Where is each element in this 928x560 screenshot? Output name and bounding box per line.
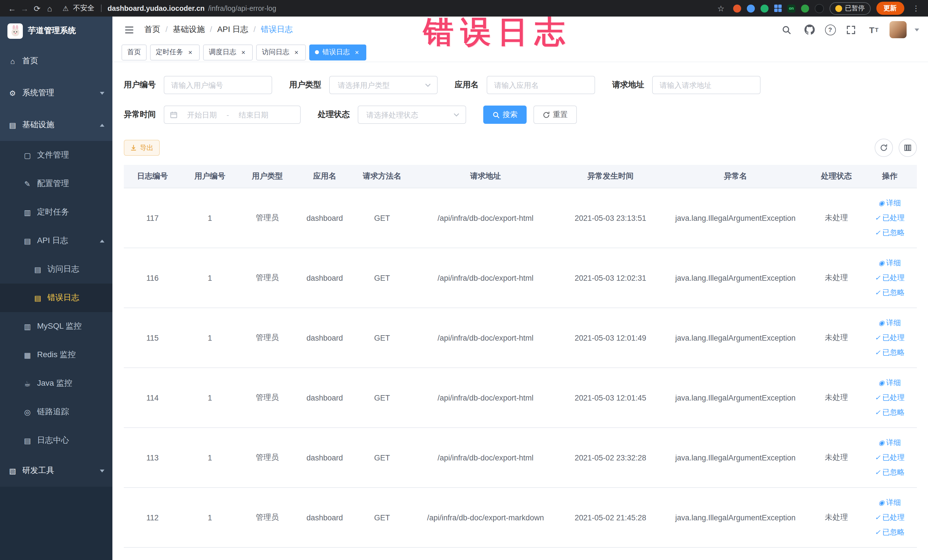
sidebar-item-log-center[interactable]: ▤ 日志中心	[0, 426, 112, 455]
start-date-input[interactable]	[180, 110, 224, 119]
sidebar-item-infrastructure[interactable]: ▤ 基础设施	[0, 109, 112, 141]
refresh-table-button[interactable]	[875, 139, 893, 157]
app-name-input[interactable]	[487, 76, 595, 94]
mark-processed-link[interactable]: 已处理	[865, 211, 914, 225]
infrastructure-icon: ▤	[8, 121, 17, 129]
tab-scheduled-tasks[interactable]: 定时任务	[150, 44, 200, 60]
help-icon[interactable]	[825, 24, 836, 35]
mark-ignored-link[interactable]: 已忽略	[865, 345, 914, 360]
bookmark-star-icon[interactable]	[714, 2, 727, 15]
sidebar-item-file-management[interactable]: ▢ 文件管理	[0, 141, 112, 169]
request-url-input[interactable]	[652, 76, 760, 94]
cell-exception-name: java.lang.IllegalArgumentException	[661, 308, 810, 368]
back-icon[interactable]	[6, 2, 18, 15]
detail-link[interactable]: 详细	[865, 256, 914, 270]
forward-icon[interactable]	[18, 2, 31, 15]
detail-link[interactable]: 详细	[865, 196, 914, 211]
mark-ignored-link[interactable]: 已忽略	[865, 285, 914, 300]
user-id-input[interactable]	[164, 76, 272, 94]
close-icon[interactable]	[186, 49, 194, 56]
cell-app-name: dashboard	[296, 488, 353, 548]
sidebar-item-label: 研发工具	[22, 465, 54, 476]
sidebar-item-access-log[interactable]: ▤ 访问日志	[0, 255, 112, 284]
cell-actions: 详细 已处理 已忽略	[863, 188, 917, 248]
breadcrumb-item[interactable]: API 日志	[205, 24, 249, 35]
extension-icon[interactable]	[746, 4, 754, 12]
mark-processed-link[interactable]: 已处理	[865, 390, 914, 405]
collapse-sidebar-icon[interactable]	[122, 22, 136, 37]
close-icon[interactable]	[353, 49, 360, 56]
github-icon[interactable]	[802, 22, 817, 37]
sidebar-item-api-logs[interactable]: ▤ API 日志	[0, 226, 112, 255]
check-icon	[875, 214, 881, 222]
sidebar-item-system-management[interactable]: ⚙ 系统管理	[0, 77, 112, 109]
security-label: 不安全	[73, 3, 95, 13]
process-status-select[interactable]	[358, 105, 466, 124]
check-icon	[875, 528, 881, 536]
mark-processed-link[interactable]: 已处理	[865, 510, 914, 525]
table-row: 117 1 管理员 dashboard GET /api/infra/db-do…	[124, 188, 917, 248]
extension-icon[interactable]	[760, 4, 768, 12]
close-icon[interactable]	[240, 49, 247, 56]
export-button[interactable]: 导出	[124, 140, 160, 156]
mark-ignored-link[interactable]: 已忽略	[865, 465, 914, 480]
user-type-select[interactable]	[329, 76, 438, 94]
tab-access-log[interactable]: 访问日志	[256, 44, 306, 60]
mark-processed-link[interactable]: 已处理	[865, 270, 914, 285]
extension-icon[interactable]	[801, 4, 809, 12]
app-logo[interactable]: 芋道管理系统	[0, 17, 112, 45]
avatar[interactable]	[889, 21, 906, 38]
tab-error-log[interactable]: 错误日志	[309, 44, 366, 60]
close-icon[interactable]	[293, 49, 300, 56]
browser-menu-icon[interactable]	[910, 2, 922, 15]
process-status-select-input[interactable]	[365, 110, 453, 119]
check-icon	[875, 274, 881, 282]
mark-ignored-link[interactable]: 已忽略	[865, 225, 914, 240]
user-type-select-input[interactable]	[337, 80, 424, 90]
tab-dispatch-log[interactable]: 调度日志	[203, 44, 253, 60]
mark-ignored-link[interactable]: 已忽略	[865, 405, 914, 420]
reset-button[interactable]: 重置	[533, 105, 577, 124]
extension-icon[interactable]	[733, 4, 741, 12]
extension-icon[interactable]	[815, 4, 824, 13]
fullscreen-icon[interactable]	[844, 22, 858, 37]
browser-home-icon[interactable]	[43, 2, 56, 15]
sidebar-item-java-monitor[interactable]: ☕ Java 监控	[0, 369, 112, 398]
sidebar-item-dev-tools[interactable]: ▧ 研发工具	[0, 455, 112, 487]
cell-exception-time: 2021-05-03 23:13:51	[560, 188, 661, 248]
date-range-picker[interactable]: -	[164, 105, 301, 124]
detail-link[interactable]: 详细	[865, 435, 914, 450]
sidebar-item-redis-monitor[interactable]: ▦ Redis 监控	[0, 340, 112, 369]
cell-method: GET	[353, 248, 411, 308]
end-date-input[interactable]	[231, 110, 276, 119]
sidebar-item-mysql-monitor[interactable]: ▥ MySQL 监控	[0, 312, 112, 340]
tab-home[interactable]: 首页	[122, 44, 147, 60]
browser-update-button[interactable]: 更新	[876, 2, 904, 15]
detail-link[interactable]: 详细	[865, 316, 914, 330]
cell-actions: 详细 已处理 已忽略	[863, 488, 917, 548]
chevron-down-icon[interactable]	[914, 28, 919, 31]
extension-on-icon[interactable]: on	[788, 4, 795, 12]
reload-icon[interactable]	[31, 2, 43, 15]
breadcrumb-item[interactable]: 基础设施	[160, 24, 205, 35]
sidebar-item-scheduled-tasks[interactable]: ▥ 定时任务	[0, 198, 112, 226]
paused-extension-badge[interactable]: 已暂停	[830, 2, 870, 15]
file-icon: ▢	[23, 151, 32, 159]
sidebar-item-home[interactable]: ⌂ 首页	[0, 45, 112, 77]
detail-link[interactable]: 详细	[865, 495, 914, 510]
extension-icon[interactable]	[774, 5, 781, 12]
sidebar-item-error-log[interactable]: ▤ 错误日志	[0, 284, 112, 312]
sidebar-item-config-management[interactable]: ✎ 配置管理	[0, 169, 112, 198]
search-button[interactable]: 搜索	[483, 105, 527, 124]
mark-processed-link[interactable]: 已处理	[865, 450, 914, 465]
mark-ignored-link[interactable]: 已忽略	[865, 525, 914, 540]
mark-processed-link[interactable]: 已处理	[865, 330, 914, 345]
column-settings-button[interactable]	[898, 139, 917, 157]
font-size-icon[interactable]	[866, 22, 881, 37]
url-bar[interactable]: 不安全 dashboard.yudao.iocoder.cn/infra/log…	[62, 2, 276, 15]
search-icon[interactable]	[779, 22, 794, 37]
detail-link[interactable]: 详细	[865, 375, 914, 390]
breadcrumb-item[interactable]: 首页	[144, 24, 160, 35]
sidebar-item-trace[interactable]: ◎ 链路追踪	[0, 398, 112, 426]
cell-user-id: 1	[181, 488, 238, 548]
